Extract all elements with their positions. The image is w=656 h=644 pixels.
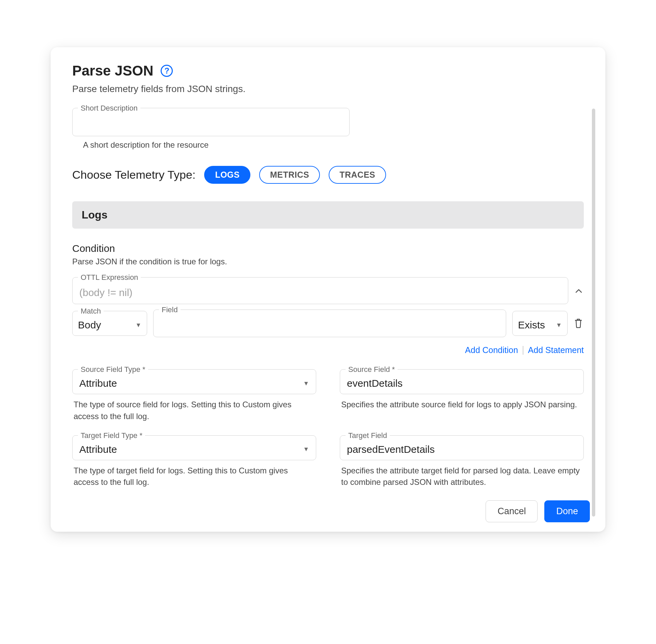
short-description-input[interactable] [79,118,343,129]
chevron-down-icon: ▼ [303,446,309,453]
done-button[interactable]: Done [544,500,590,522]
chevron-down-icon: ▼ [135,322,141,329]
telemetry-pill-metrics[interactable]: METRICS [259,166,320,184]
add-statement-link[interactable]: Add Statement [528,345,584,355]
dialog-header: Parse JSON ? Parse telemetry fields from… [51,63,605,100]
target-field-type-select[interactable]: Target Field Type * Attribute ▼ [72,435,316,460]
dialog-footer: Cancel Done [51,492,605,522]
short-description-field[interactable]: Short Description [72,108,350,136]
short-description-helper: A short description for the resource [83,140,584,150]
match-label: Match [78,307,104,316]
ottl-expression-value: (body != nil) [79,287,561,298]
target-field-helper: Specifies the attribute target field for… [340,465,584,488]
source-field-type-select[interactable]: Source Field Type * Attribute ▼ [72,369,316,394]
help-icon[interactable]: ? [161,65,173,77]
ottl-expression-label: OTTL Expression [78,273,141,282]
telemetry-type-row: Choose Telemetry Type: LOGS METRICS TRAC… [72,166,584,184]
condition-field-input[interactable]: Field [153,309,506,337]
condition-field-text[interactable] [159,320,500,330]
source-field-value: eventDetails [347,377,402,389]
target-field-value: parsedEventDetails [347,444,435,455]
source-field-type-helper: The type of source field for logs. Setti… [72,399,316,422]
dialog-subtitle: Parse telemetry fields from JSON strings… [72,84,584,94]
dialog-parse-json: Parse JSON ? Parse telemetry fields from… [51,47,605,532]
dialog-body: Short Description A short description fo… [51,100,605,488]
telemetry-type-label: Choose Telemetry Type: [72,168,195,181]
chevron-up-icon[interactable] [574,286,584,295]
trash-icon[interactable] [574,318,584,329]
divider [523,346,523,355]
source-field-type-value: Attribute [79,377,117,389]
source-field-type-label: Source Field Type * [78,365,148,374]
target-field-type-value: Attribute [79,444,117,455]
target-field-input[interactable]: Target Field parsedEventDetails [340,435,584,460]
operator-select[interactable]: Exists ▼ [512,311,568,336]
condition-field-label: Field [159,305,180,314]
chevron-down-icon: ▼ [556,322,562,329]
target-field-label: Target Field [346,431,390,440]
cancel-button[interactable]: Cancel [486,500,538,522]
scrollbar[interactable] [592,109,595,516]
telemetry-pill-logs[interactable]: LOGS [204,166,250,184]
short-description-label: Short Description [78,104,140,113]
condition-subtitle: Parse JSON if the condition is true for … [72,257,584,267]
condition-title: Condition [72,243,584,254]
target-field-type-helper: The type of target field for logs. Setti… [72,465,316,488]
operator-value: Exists [518,319,545,331]
add-condition-link[interactable]: Add Condition [465,345,518,355]
target-field-type-label: Target Field Type * [78,431,145,440]
ottl-expression-field[interactable]: OTTL Expression (body != nil) [72,277,568,304]
section-banner-logs: Logs [72,201,584,229]
source-field-label: Source Field * [346,365,397,374]
match-value: Body [78,319,101,331]
source-field-input[interactable]: Source Field * eventDetails [340,369,584,394]
match-select[interactable]: Match Body ▼ [72,311,147,336]
chevron-down-icon: ▼ [303,380,309,387]
source-field-helper: Specifies the attribute source field for… [340,399,584,411]
telemetry-pill-traces[interactable]: TRACES [329,166,386,184]
dialog-title: Parse JSON [72,63,153,79]
